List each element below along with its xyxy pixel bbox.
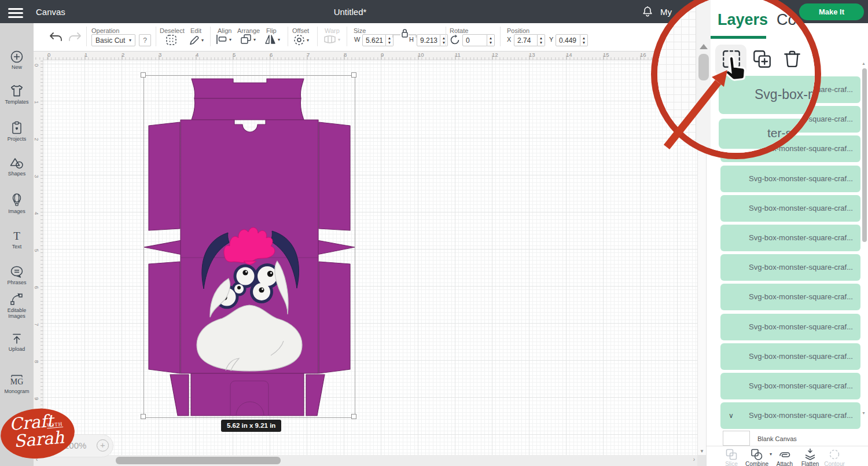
layer-row-label: Svg-box-monster-square-craf... xyxy=(749,373,853,399)
sidebar-item-images[interactable]: Images xyxy=(0,193,34,214)
height-input[interactable] xyxy=(417,34,440,46)
sidebar-item-templates[interactable]: Templates xyxy=(0,83,34,105)
layer-row-label: Svg-box-monster-square-craf... xyxy=(749,166,853,192)
canvas-horizontal-scrollbar[interactable]: ‹ › xyxy=(34,455,697,466)
zoom-in-button[interactable]: + xyxy=(97,439,109,452)
operation-label: Operation xyxy=(91,27,119,34)
offset-button[interactable]: ▾ xyxy=(293,34,309,46)
ruler-number: 15 xyxy=(603,52,609,58)
ruler-number: 1 xyxy=(84,52,87,58)
lock-aspect-icon[interactable] xyxy=(391,28,418,39)
selection-handle-top-right[interactable] xyxy=(351,72,356,78)
sidebar-item-editable-images[interactable]: Editable Images xyxy=(0,292,34,319)
height-label: H xyxy=(409,36,414,43)
layer-row[interactable]: Svg-box-monster-square-craf... xyxy=(720,195,860,222)
sidebar-item-projects[interactable]: Projects xyxy=(0,120,34,142)
duplicate-icon[interactable] xyxy=(752,49,773,69)
combine-button[interactable]: ▾Combine xyxy=(742,448,771,466)
arrange-icon xyxy=(240,34,252,45)
edit-button[interactable]: ▾ xyxy=(189,34,204,46)
ruler-number: 2 xyxy=(34,138,40,141)
sidebar-item-label: Text xyxy=(0,244,34,249)
height-stepper[interactable]: ▲▼ xyxy=(440,34,448,46)
horizontal-ruler: 012345678910111213141516 xyxy=(34,51,697,60)
layer-row-label: Svg-box-monster-square-craf... xyxy=(749,402,853,429)
layer-row[interactable]: ∨Svg-box-monster-square-craf... xyxy=(720,402,860,429)
chevron-down-icon: ▾ xyxy=(129,38,131,43)
blank-canvas-label[interactable]: Blank Canvas xyxy=(757,435,797,442)
undo-icon[interactable] xyxy=(49,31,64,44)
images-icon xyxy=(0,193,34,208)
canvas-menu-label[interactable]: Canvas xyxy=(36,7,65,17)
layer-row-label: Svg-box-monster-square-craf... xyxy=(749,284,853,310)
hamburger-menu-icon[interactable] xyxy=(8,6,23,20)
align-button[interactable]: ▾ xyxy=(215,34,231,45)
selection-bounding-box[interactable] xyxy=(144,75,355,418)
layer-row[interactable]: Svg-box-monster-square-craf... xyxy=(720,343,860,370)
ruler-number: 5 xyxy=(34,249,40,252)
warp-icon xyxy=(323,34,337,45)
action-label: Combine xyxy=(742,461,771,466)
shapes-icon xyxy=(0,156,34,170)
redo-icon[interactable] xyxy=(67,31,82,44)
layers-scroll-thumb[interactable] xyxy=(862,68,867,242)
account-label[interactable]: My xyxy=(660,7,672,17)
chevron-down-icon: ▾ xyxy=(201,38,204,43)
scroll-down-icon[interactable]: ▼ xyxy=(700,449,704,454)
operation-help-button[interactable]: ? xyxy=(139,34,151,46)
flip-button[interactable]: ▾ xyxy=(264,34,280,45)
layer-row[interactable]: Svg-box-monster-square-craf... xyxy=(720,166,860,192)
selection-handle-top-left[interactable] xyxy=(141,72,146,78)
layer-row[interactable]: Svg-box-monster-square-craf... xyxy=(720,225,860,251)
y-input[interactable] xyxy=(556,34,580,46)
design-canvas[interactable]: 5.62 in x 9.21 in xyxy=(43,60,697,455)
scroll-right-icon[interactable]: › xyxy=(693,456,695,463)
operation-select[interactable]: Basic Cut▾ xyxy=(91,34,135,46)
x-stepper[interactable]: ▲▼ xyxy=(538,34,545,46)
layer-row[interactable]: Svg-box-monster-square-craf... xyxy=(720,284,860,310)
action-label: Slice xyxy=(717,461,746,466)
layer-row[interactable]: Svg-box-monster-square-craf... xyxy=(720,314,860,340)
rotate-input[interactable] xyxy=(462,34,487,46)
selection-handle-bottom-left[interactable] xyxy=(141,414,146,419)
make-it-button[interactable]: Make It xyxy=(799,3,864,20)
layers-scroll-down-icon[interactable]: ▼ xyxy=(862,411,866,415)
ruler-number: 3 xyxy=(159,52,161,58)
layers-scroll-up-icon[interactable]: ▲ xyxy=(862,61,866,65)
ruler-number: 11 xyxy=(455,52,461,58)
sidebar-item-new[interactable]: New xyxy=(0,50,34,70)
selection-handle-bottom-right[interactable] xyxy=(351,414,356,419)
sidebar-item-phrases[interactable]: Phrases xyxy=(0,265,34,285)
slice-icon xyxy=(717,448,746,461)
attach-button[interactable]: Attach xyxy=(770,448,799,466)
chevron-down-icon[interactable]: ∨ xyxy=(729,402,734,429)
chevron-down-icon: ▾ xyxy=(229,37,231,42)
x-input[interactable] xyxy=(514,34,538,46)
svg-text:T: T xyxy=(13,230,20,242)
ruler-number: 2 xyxy=(122,52,124,58)
align-icon xyxy=(215,34,228,45)
y-stepper[interactable]: ▲▼ xyxy=(580,34,588,46)
rotate-icon[interactable] xyxy=(450,34,461,46)
width-input[interactable] xyxy=(362,34,386,46)
layer-row[interactable]: Svg-box-monster-square-craf... xyxy=(720,373,860,399)
hscroll-thumb[interactable] xyxy=(116,457,281,464)
deselect-icon[interactable] xyxy=(165,34,178,46)
notifications-bell-icon[interactable] xyxy=(641,5,654,19)
ruler-number: 8 xyxy=(34,360,40,363)
rotate-stepper[interactable]: ▲▼ xyxy=(487,34,495,46)
sidebar-item-shapes[interactable]: Shapes xyxy=(0,156,34,177)
document-title[interactable]: Untitled* xyxy=(312,7,388,17)
layer-row[interactable]: Svg-box-monster-square-craf... xyxy=(720,254,860,281)
sidebar-item-text[interactable]: TText xyxy=(0,229,34,249)
layer-row-label: Svg-box-monster-square-craf... xyxy=(749,314,853,340)
sidebar-item-label: Monogram xyxy=(0,388,34,394)
arrange-button[interactable]: ▾ xyxy=(240,34,256,45)
delete-icon[interactable] xyxy=(782,49,803,69)
tab-layers[interactable]: Layers xyxy=(718,11,768,29)
sidebar-item-monogram[interactable]: MGMonogram xyxy=(0,373,34,394)
blank-canvas-thumbnail[interactable] xyxy=(723,431,750,446)
action-label: Attach xyxy=(770,461,799,466)
sidebar-item-upload[interactable]: Upload xyxy=(0,332,34,352)
ruler-number: 8 xyxy=(344,52,347,58)
